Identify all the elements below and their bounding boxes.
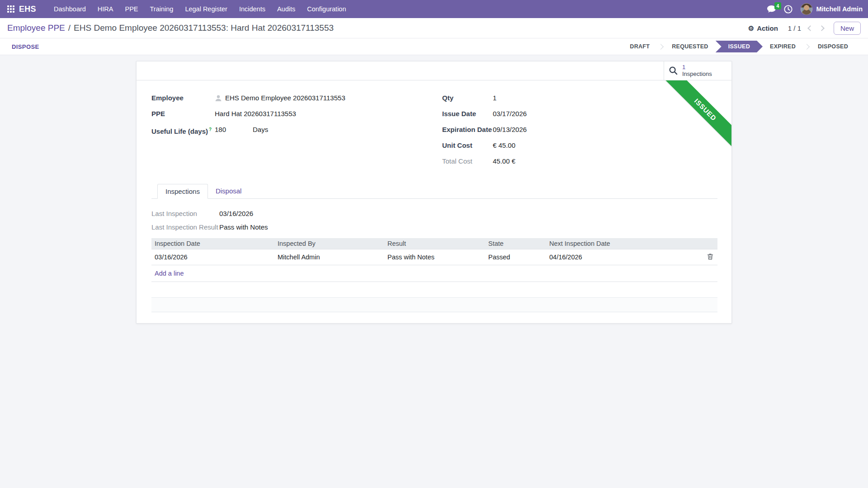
- unit-cost-label: Unit Cost: [442, 141, 493, 150]
- dispose-button[interactable]: DISPOSE: [12, 43, 39, 50]
- breadcrumb: Employee PPE / EHS Demo Employee 2026031…: [7, 23, 334, 33]
- screen: EHS Dashboard HIRA PPE Training Legal Re…: [0, 0, 868, 488]
- nav-item-configuration[interactable]: Configuration: [301, 0, 352, 18]
- table-row: 03/16/2026 Mitchell Admin Pass with Note…: [151, 249, 717, 265]
- stage-draft[interactable]: DRAFT: [622, 41, 658, 52]
- employee-field[interactable]: EHS Demo Employee 20260317113553: [215, 93, 345, 103]
- col-state: State: [485, 238, 546, 249]
- inspections-count: 1: [682, 64, 712, 71]
- action-menu-label: Action: [757, 24, 778, 32]
- user-name: Mitchell Admin: [816, 5, 863, 13]
- breadcrumb-parent-link[interactable]: Employee PPE: [7, 23, 65, 33]
- tab-bar: Inspections Disposal: [151, 184, 717, 199]
- last-inspection-result-label: Last Inspection Result: [151, 222, 219, 232]
- new-record-button[interactable]: New: [834, 22, 861, 35]
- pager-count: 1 / 1: [788, 24, 801, 32]
- smart-button-box: 1 Inspections: [137, 61, 731, 80]
- page-title: EHS Demo Employee 20260317113553: Hard H…: [74, 23, 334, 33]
- chevron-right-icon: [658, 44, 664, 50]
- ppe-field[interactable]: Hard Hat 20260317113553: [215, 109, 296, 118]
- pager-next-icon[interactable]: [819, 25, 825, 31]
- qty-label: Qty: [442, 93, 493, 103]
- ppe-value: Hard Hat 20260317113553: [215, 109, 296, 118]
- inspections-table: Inspection Date Inspected By Result Stat…: [151, 238, 717, 282]
- activities-button[interactable]: [784, 5, 793, 14]
- employee-label: Employee: [151, 93, 215, 103]
- top-navbar: EHS Dashboard HIRA PPE Training Legal Re…: [0, 0, 868, 18]
- form-sheet: 1 Inspections ISSUED Employee EHS Demo E…: [136, 61, 732, 324]
- nav-item-hira[interactable]: HIRA: [92, 0, 119, 18]
- useful-life-label: Useful Life (days)?: [151, 125, 215, 136]
- messages-count-badge: 4: [774, 2, 782, 10]
- breadcrumb-separator: /: [68, 23, 71, 33]
- nav-item-audits[interactable]: Audits: [271, 0, 301, 18]
- cell-result[interactable]: Pass with Notes: [384, 249, 485, 265]
- issue-date-field[interactable]: 03/17/2026: [493, 109, 527, 118]
- useful-life-value: 180: [215, 125, 226, 134]
- nav-item-incidents[interactable]: Incidents: [233, 0, 271, 18]
- last-inspection-value: 03/16/2026: [219, 209, 253, 218]
- tab-inspections[interactable]: Inspections: [157, 184, 208, 199]
- navbar-systray: 4 Mitchell Admin: [767, 3, 863, 15]
- avatar: [801, 3, 812, 15]
- control-panel: Employee PPE / EHS Demo Employee 2026031…: [0, 18, 868, 38]
- navbar-menu: Dashboard HIRA PPE Training Legal Regist…: [48, 0, 352, 18]
- last-inspection-label: Last Inspection: [151, 209, 219, 218]
- action-menu-button[interactable]: ⚙ Action: [748, 24, 778, 32]
- col-actions: [703, 238, 717, 249]
- add-line-row: Add a line: [151, 265, 717, 282]
- inspections-label: Inspections: [682, 71, 712, 78]
- unit-cost-field[interactable]: € 45.00: [493, 141, 515, 150]
- col-next-inspection-date: Next Inspection Date: [546, 238, 703, 249]
- pager-previous-icon[interactable]: [807, 25, 813, 31]
- useful-life-unit: Days: [253, 125, 268, 134]
- chevron-right-icon: [804, 44, 810, 50]
- empty-placeholder-band: [151, 297, 717, 312]
- help-question-icon: ?: [209, 127, 212, 132]
- trash-icon[interactable]: [707, 253, 713, 260]
- nav-item-dashboard[interactable]: Dashboard: [48, 0, 92, 18]
- user-menu[interactable]: Mitchell Admin: [801, 3, 863, 15]
- tab-disposal[interactable]: Disposal: [208, 184, 250, 199]
- notebook: Inspections Disposal Last Inspection 03/…: [137, 184, 731, 312]
- employee-value: EHS Demo Employee 20260317113553: [225, 93, 345, 103]
- ppe-label: PPE: [151, 109, 215, 118]
- expiration-date-label: Expiration Date: [442, 125, 493, 134]
- messages-button[interactable]: 4: [767, 5, 776, 13]
- clock-icon: [784, 5, 793, 14]
- expiration-date-field[interactable]: 09/13/2026: [493, 125, 527, 134]
- stage-disposed[interactable]: DISPOSED: [810, 41, 856, 52]
- qty-field[interactable]: 1: [493, 93, 496, 103]
- inspections-pane: Last Inspection 03/16/2026 Last Inspecti…: [151, 199, 717, 312]
- nav-item-training[interactable]: Training: [144, 0, 179, 18]
- form-statusbar: DISPOSE DRAFT REQUESTED ISSUED EXPIRED D…: [0, 38, 868, 55]
- table-header-row: Inspection Date Inspected By Result Stat…: [151, 238, 717, 249]
- apps-grid-icon[interactable]: [7, 5, 14, 13]
- user-silhouette-icon: [215, 94, 222, 102]
- record-pager: 1 / 1: [788, 24, 824, 32]
- stage-buttons: DRAFT REQUESTED ISSUED EXPIRED DISPOSED: [622, 41, 856, 52]
- last-inspection-result-value: Pass with Notes: [219, 222, 268, 232]
- search-icon: [669, 66, 678, 75]
- cell-next-inspection-date[interactable]: 04/16/2026: [546, 249, 703, 265]
- form-fields: Employee EHS Demo Employee 2026031711355…: [137, 80, 731, 172]
- stage-requested[interactable]: REQUESTED: [664, 41, 717, 52]
- cell-state[interactable]: Passed: [485, 249, 546, 265]
- app-brand[interactable]: EHS: [19, 5, 36, 14]
- add-a-line-link[interactable]: Add a line: [155, 269, 184, 278]
- stage-issued-active[interactable]: ISSUED: [716, 41, 763, 52]
- col-result: Result: [384, 238, 485, 249]
- cell-inspection-date[interactable]: 03/16/2026: [151, 249, 274, 265]
- nav-item-legal-register[interactable]: Legal Register: [179, 0, 233, 18]
- gear-icon: ⚙: [748, 25, 754, 32]
- inspections-smart-button[interactable]: 1 Inspections: [664, 61, 731, 80]
- stage-expired[interactable]: EXPIRED: [762, 41, 804, 52]
- total-cost-label: Total Cost: [442, 156, 493, 166]
- total-cost-value: 45.00 €: [493, 156, 515, 166]
- nav-item-ppe[interactable]: PPE: [119, 0, 144, 18]
- col-inspected-by: Inspected By: [274, 238, 384, 249]
- useful-life-field[interactable]: 180 Days: [215, 125, 268, 134]
- issue-date-label: Issue Date: [442, 109, 493, 118]
- col-inspection-date: Inspection Date: [151, 238, 274, 249]
- cell-inspected-by[interactable]: Mitchell Admin: [274, 249, 384, 265]
